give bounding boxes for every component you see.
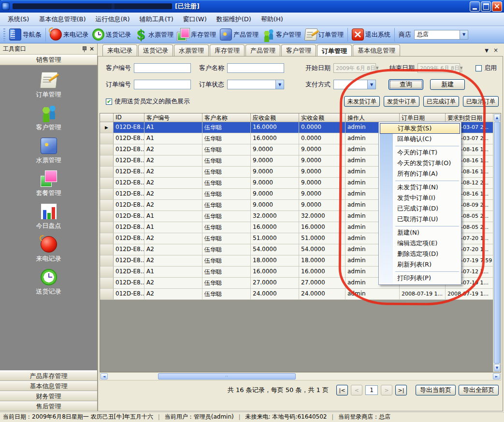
- scroll-right-icon[interactable]: ►: [493, 373, 500, 380]
- toolbar-button[interactable]: 来电记录: [48, 28, 90, 42]
- horizontal-scrollbar[interactable]: ◄ ►: [100, 372, 501, 380]
- context-menu-item[interactable]: 所有的订单(A): [380, 169, 460, 179]
- close-button[interactable]: [492, 1, 502, 12]
- pin-icon[interactable]: [82, 46, 86, 52]
- order-status-filter-button[interactable]: 未发货订单: [344, 96, 380, 107]
- minimize-button[interactable]: [470, 1, 480, 12]
- first-page-button[interactable]: |<: [336, 385, 348, 395]
- toolbar-button[interactable]: 订单管理: [303, 28, 346, 42]
- sidebar-item[interactable]: 客户管理: [0, 105, 97, 132]
- chevron-down-icon[interactable]: [375, 64, 378, 72]
- context-menu-item[interactable]: 回单确认(C): [380, 134, 460, 144]
- order-status-filter-button[interactable]: 发货中订单: [384, 96, 419, 107]
- vertical-scrollbar-thumb[interactable]: [494, 122, 500, 364]
- maximize-button[interactable]: [481, 1, 491, 12]
- context-menu-item[interactable]: 新建(N): [380, 227, 460, 238]
- last-page-button[interactable]: >|: [395, 385, 407, 395]
- sidebar-item[interactable]: 送货记录: [0, 269, 97, 296]
- customer-name-input[interactable]: [227, 63, 284, 73]
- close-icon[interactable]: ×: [493, 47, 498, 54]
- context-menu-item[interactable]: 发货中订单(I): [380, 193, 460, 203]
- row-selector[interactable]: [100, 167, 114, 177]
- new-button[interactable]: 新建: [430, 79, 465, 90]
- tab[interactable]: 订单管理: [317, 44, 352, 56]
- tab[interactable]: 产品管理: [245, 44, 280, 56]
- column-header[interactable]: 订单日期: [400, 113, 446, 122]
- export-current-page-button[interactable]: 导出当前页: [416, 385, 456, 395]
- toolbar-button[interactable]: [394, 28, 395, 42]
- context-menu-item[interactable]: 已取消订单(U): [380, 214, 460, 225]
- toolbar-button[interactable]: 送货记录: [90, 28, 133, 42]
- order-status-filter-button[interactable]: 已取消订单: [463, 96, 499, 107]
- order-no-input[interactable]: [134, 80, 191, 89]
- sidebar-item[interactable]: 水票管理: [0, 138, 97, 165]
- column-header[interactable]: [100, 113, 114, 122]
- context-menu-item[interactable]: 今天的发货订单(O): [380, 158, 460, 169]
- toolbar-button[interactable]: 导航条: [7, 28, 43, 42]
- scroll-up-icon[interactable]: ▲: [494, 114, 500, 121]
- toolbar-button[interactable]: 产品管理: [218, 28, 260, 42]
- horizontal-scrollbar-thumb[interactable]: [158, 373, 296, 380]
- row-selector[interactable]: [100, 267, 114, 277]
- toolbar-button[interactable]: [347, 28, 348, 42]
- toolbar-button[interactable]: 客户管理: [260, 28, 303, 42]
- sidebar-item[interactable]: 订单管理: [0, 72, 97, 99]
- toolbar-button[interactable]: [45, 28, 46, 42]
- shop-combobox[interactable]: 总店: [414, 30, 468, 40]
- row-selector[interactable]: [100, 200, 114, 211]
- order-status-filter-button[interactable]: 已完成订单: [423, 96, 459, 107]
- menubar-item[interactable]: 辅助工具(T): [136, 14, 177, 25]
- context-menu-item[interactable]: 已完成订单(D): [380, 203, 460, 214]
- scroll-down-icon[interactable]: ▼: [494, 364, 500, 371]
- prev-page-button[interactable]: <: [351, 385, 362, 395]
- row-selector[interactable]: [100, 155, 114, 166]
- toolbar-button[interactable]: 退出系统: [350, 28, 392, 42]
- row-selector[interactable]: [100, 211, 114, 222]
- context-menu-item[interactable]: 刷新列表(R): [380, 259, 460, 270]
- sidebar-panel-bar[interactable]: 产品库存管理: [0, 371, 97, 381]
- column-header[interactable]: 客户名称: [202, 113, 251, 122]
- menubar-item[interactable]: 运行信息(R): [91, 14, 133, 25]
- context-menu-item[interactable]: 订单发货(S): [380, 123, 460, 134]
- chevron-down-icon[interactable]: ▼: [485, 48, 489, 53]
- menubar-item[interactable]: 数据维护(D): [213, 14, 255, 25]
- query-button[interactable]: 查询: [389, 79, 423, 90]
- column-header[interactable]: 要求到货日期: [446, 113, 493, 122]
- row-selector[interactable]: [100, 178, 114, 188]
- toolbar-button[interactable]: 水票管理: [133, 28, 175, 42]
- sidebar-item[interactable]: 套餐管理: [0, 170, 97, 197]
- end-date-picker[interactable]: 2009年 6月 8日: [418, 63, 460, 73]
- page-number-input[interactable]: 1: [365, 385, 378, 395]
- context-menu-item[interactable]: 删除选定项(D): [380, 249, 460, 259]
- column-header[interactable]: 应收金额: [251, 113, 299, 122]
- row-selector[interactable]: [100, 189, 114, 199]
- chevron-down-icon[interactable]: [460, 64, 462, 72]
- chevron-down-icon[interactable]: [275, 80, 284, 89]
- row-selector[interactable]: [100, 133, 114, 144]
- row-selector[interactable]: [100, 278, 114, 288]
- row-selector[interactable]: [100, 289, 114, 299]
- context-menu-item[interactable]: 打印列表(P): [380, 273, 460, 283]
- sidebar-panel-bar[interactable]: 基本信息管理: [0, 381, 97, 391]
- pay-method-combobox[interactable]: [333, 80, 376, 89]
- context-menu-item[interactable]: 今天的订单(T): [380, 147, 460, 158]
- tab[interactable]: 来电记录: [102, 44, 137, 56]
- next-page-button[interactable]: >: [381, 385, 392, 395]
- start-date-picker[interactable]: 2009年 6月 8日: [333, 63, 376, 73]
- vertical-scrollbar[interactable]: ▲ ▼: [493, 113, 501, 372]
- tab[interactable]: 客户管理: [281, 44, 316, 56]
- close-icon[interactable]: ×: [89, 45, 94, 52]
- menubar-item[interactable]: 窗口(W): [179, 14, 211, 25]
- tab[interactable]: 水票管理: [174, 44, 209, 56]
- sidebar-panel-bar[interactable]: 财务管理: [0, 391, 97, 401]
- column-header[interactable]: 实收金额: [299, 113, 346, 122]
- chevron-down-icon[interactable]: [460, 30, 468, 39]
- row-selector[interactable]: ▶: [100, 122, 114, 133]
- enable-checkbox[interactable]: [475, 65, 482, 71]
- sidebar-panel-bar[interactable]: 售后管理: [0, 401, 97, 411]
- row-selector[interactable]: [100, 244, 114, 255]
- menubar-item[interactable]: 基本信息管理(B): [35, 14, 89, 25]
- chevron-down-icon[interactable]: [367, 80, 375, 89]
- column-header[interactable]: 客户编号: [144, 113, 202, 122]
- context-menu-item[interactable]: 编辑选定项(E): [380, 238, 460, 249]
